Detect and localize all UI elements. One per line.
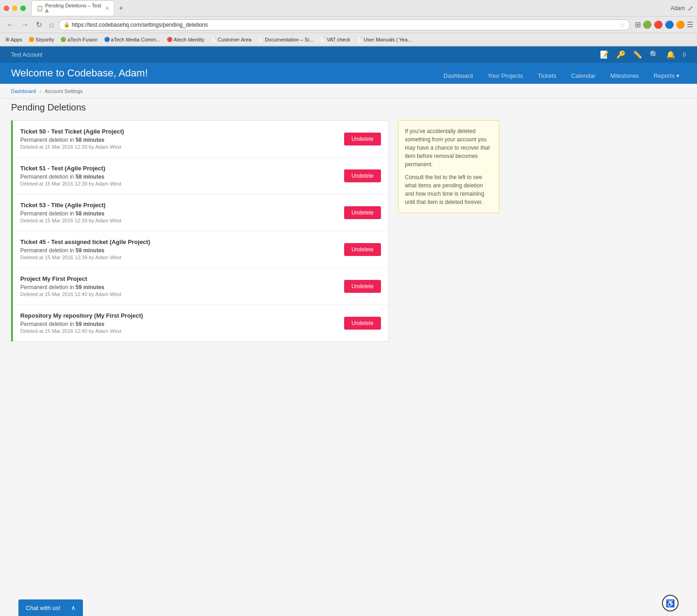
- bell-icon[interactable]: 🔔: [666, 50, 675, 59]
- atech-fusion-icon: 🟢: [60, 37, 66, 42]
- edit-icon[interactable]: 📝: [600, 50, 609, 59]
- ext-icon-5[interactable]: 🟠: [676, 20, 685, 29]
- deletion-meta: Deleted at 15 Mar 2016 12:40 by Adam Wes…: [20, 328, 335, 334]
- deletion-meta: Deleted at 15 Mar 2016 12:39 by Adam Wes…: [20, 218, 335, 223]
- nav-tickets[interactable]: Tickets: [531, 69, 563, 83]
- content-area: Ticket 50 - Test Ticket (Agile Project) …: [11, 120, 499, 342]
- bookmark-user-manuals[interactable]: 📄 User Manuals | Yea...: [355, 36, 413, 43]
- deletion-title: Repository My repository (My First Proje…: [20, 312, 335, 319]
- nav-projects[interactable]: Your Projects: [481, 69, 529, 83]
- search-icon[interactable]: 🔍: [650, 50, 659, 59]
- ext-icon-2[interactable]: 🟢: [643, 20, 652, 29]
- close-dot[interactable]: [4, 6, 9, 11]
- apps-bookmark-icon: ⊞: [6, 37, 9, 42]
- atech-media-icon: 🔵: [104, 37, 110, 42]
- bookmark-apps-label: Apps: [11, 37, 22, 42]
- maximize-dot[interactable]: [20, 6, 26, 11]
- nav-milestones[interactable]: Milestones: [604, 69, 645, 83]
- app-header: Test Account 📝 🔑 ✏️ 🔍 🔔 0 Welcome to Cod…: [0, 46, 697, 84]
- undelete-button[interactable]: Undelete: [344, 169, 381, 182]
- info-box: If you've accidentally deleted something…: [398, 120, 499, 213]
- tab-favicon: 📋: [36, 5, 43, 12]
- deletion-subtitle: Permanent deletion in 59 minutes: [20, 247, 335, 254]
- browser-navbar: ← → ↻ ⌂ 🔒 https://test.codebasehq.com/se…: [0, 17, 697, 33]
- bookmark-sirportly-label: Sirportly: [35, 37, 54, 42]
- info-paragraph-2: Consult the list to the left to see what…: [405, 173, 492, 206]
- main-content: Ticket 50 - Test Ticket (Agile Project) …: [0, 120, 697, 616]
- ext-icon-4[interactable]: 🔵: [665, 20, 674, 29]
- minimize-dot[interactable]: [12, 6, 18, 11]
- bookmark-customer-area-label: Customer Area: [218, 37, 252, 42]
- breadcrumb-separator: ›: [40, 88, 41, 94]
- bookmark-vat-label: VAT check: [327, 37, 350, 42]
- nav-dashboard[interactable]: Dashboard: [437, 69, 480, 83]
- atech-identity-icon: 🔴: [167, 37, 172, 42]
- breadcrumb: Dashboard › Account Settings: [11, 88, 83, 94]
- deletion-meta: Deleted at 15 Mar 2016 12:39 by Adam Wes…: [20, 144, 335, 150]
- ssl-lock-icon: 🔒: [64, 22, 70, 28]
- refresh-button[interactable]: ↻: [33, 19, 45, 30]
- bookmark-star-icon[interactable]: ☆: [619, 21, 625, 29]
- accessibility-button[interactable]: ♿: [662, 595, 679, 611]
- forward-button[interactable]: →: [18, 20, 31, 30]
- key-icon[interactable]: 🔑: [616, 50, 626, 59]
- undelete-button[interactable]: Undelete: [344, 317, 381, 330]
- deletion-title: Ticket 51 - Test (Agile Project): [20, 165, 335, 172]
- account-name: Test Account: [11, 52, 42, 58]
- deletion-meta: Deleted at 15 Mar 2016 12:40 by Adam Wes…: [20, 291, 335, 297]
- bookmark-documentation[interactable]: 📄 Documentation – Si...: [256, 36, 315, 43]
- deletion-info: Ticket 53 - Title (Agile Project) Perman…: [20, 202, 335, 223]
- bookmark-atech-identity[interactable]: 🔴 Atech Identity: [165, 36, 206, 43]
- deletion-subtitle: Permanent deletion in 58 minutes: [20, 137, 335, 143]
- breadcrumb-bar: Dashboard › Account Settings: [0, 84, 697, 99]
- url-text: https://test.codebasehq.com/settings/pen…: [72, 22, 619, 28]
- vat-check-icon: 📄: [320, 37, 325, 42]
- welcome-text: Welcome to Codebase, Adam!: [11, 67, 148, 84]
- undelete-button[interactable]: Undelete: [344, 133, 381, 145]
- page-title: Pending Deletions: [0, 99, 697, 120]
- window-maximize-icon[interactable]: ⤢: [688, 5, 693, 12]
- nav-calendar[interactable]: Calendar: [565, 69, 602, 83]
- deletion-item: Ticket 50 - Test Ticket (Agile Project) …: [13, 121, 388, 157]
- chat-widget[interactable]: Chat with us! ∧: [18, 599, 83, 616]
- breadcrumb-dashboard[interactable]: Dashboard: [11, 88, 36, 94]
- bookmark-customer-area[interactable]: 📄 Customer Area: [209, 36, 253, 43]
- deletion-item: Ticket 53 - Title (Agile Project) Perman…: [13, 194, 388, 231]
- browser-bookmarks: ⊞ Apps 🟠 Sirportly 🟢 aTech Fusion 🔵 aTec…: [0, 33, 697, 46]
- bookmark-atech-fusion[interactable]: 🟢 aTech Fusion: [59, 36, 99, 43]
- chat-chevron-icon: ∧: [71, 604, 76, 611]
- user-menu-button[interactable]: Adam: [671, 5, 685, 12]
- undelete-button[interactable]: Undelete: [344, 243, 381, 256]
- bookmark-documentation-label: Documentation – Si...: [265, 37, 313, 42]
- undelete-button[interactable]: Undelete: [344, 206, 381, 219]
- tab-close-button[interactable]: ✕: [105, 6, 109, 12]
- accessibility-icon: ♿: [666, 599, 675, 608]
- deletion-info: Repository My repository (My First Proje…: [20, 312, 335, 334]
- new-tab-button[interactable]: +: [116, 3, 126, 13]
- back-button[interactable]: ←: [4, 20, 17, 30]
- url-bar[interactable]: 🔒 https://test.codebasehq.com/settings/p…: [59, 19, 630, 30]
- ext-icon-3[interactable]: 🔴: [654, 20, 663, 29]
- deletion-info: Ticket 50 - Test Ticket (Agile Project) …: [20, 128, 335, 150]
- ext-icon-1[interactable]: ⊞: [635, 20, 641, 29]
- bookmark-user-manuals-label: User Manuals | Yea...: [363, 37, 411, 42]
- bookmark-sirportly[interactable]: 🟠 Sirportly: [27, 36, 56, 43]
- bookmark-atech-media[interactable]: 🔵 aTech Media Comm...: [102, 36, 162, 43]
- deletion-item: Project My First Project Permanent delet…: [13, 268, 388, 305]
- info-paragraph-1: If you've accidentally deleted something…: [405, 127, 492, 169]
- nav-reports[interactable]: Reports ▾: [647, 69, 686, 83]
- pencil-icon[interactable]: ✏️: [633, 50, 642, 59]
- browser-tab[interactable]: 📋 Pending Deletions – Test A ✕: [31, 0, 114, 16]
- menu-icon[interactable]: ☰: [687, 20, 693, 29]
- deletion-info: Ticket 51 - Test (Agile Project) Permane…: [20, 165, 335, 186]
- bookmark-vat-check[interactable]: 📄 VAT check: [318, 36, 352, 43]
- deletions-list: Ticket 50 - Test Ticket (Agile Project) …: [11, 120, 389, 342]
- header-icons: 📝 🔑 ✏️ 🔍 🔔 0: [600, 50, 686, 59]
- deletion-meta: Deleted at 15 Mar 2016 12:39 by Adam Wes…: [20, 181, 335, 186]
- bookmark-apps[interactable]: ⊞ Apps: [4, 36, 24, 43]
- home-button[interactable]: ⌂: [47, 20, 57, 30]
- deletion-meta: Deleted at 15 Mar 2016 12:39 by Adam Wes…: [20, 255, 335, 260]
- undelete-button[interactable]: Undelete: [344, 280, 381, 293]
- deletion-item: Repository My repository (My First Proje…: [13, 305, 388, 341]
- chat-label: Chat with us!: [26, 604, 60, 611]
